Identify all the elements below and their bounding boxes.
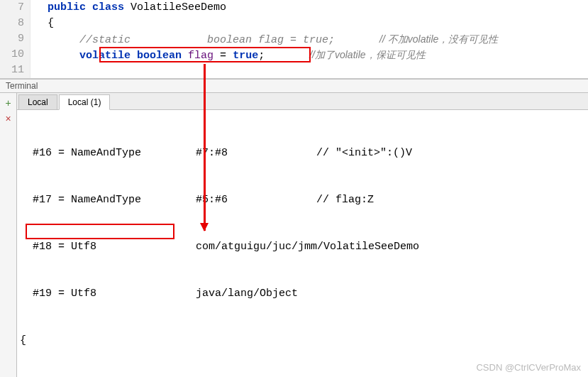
line-number: 8 (11, 16, 24, 31)
add-tab-icon[interactable]: + (5, 97, 11, 109)
code-line-10[interactable]: volatile boolean flag = true; //加了volati… (35, 47, 588, 62)
cp-col2: #7:#8 (196, 146, 316, 161)
cp-col1: #16 = NameAndType (33, 146, 196, 161)
tab-local[interactable]: Local (18, 94, 57, 109)
code-line-7[interactable]: public class VolatileSeeDemo (35, 0, 588, 16)
close-tab-icon[interactable]: × (5, 113, 11, 124)
code-line-11[interactable] (35, 62, 588, 78)
brace-open: { (48, 17, 54, 29)
keyword-boolean: boolean (137, 50, 182, 62)
terminal-content: Local Local (1) #16 = NameAndType#7:#8//… (17, 93, 588, 377)
cp-col2: java/lang/Object (196, 286, 298, 302)
line-number: 10 (11, 47, 24, 62)
code-line-8[interactable]: { (35, 16, 588, 31)
eq: = (213, 50, 233, 62)
cp-col3: // flag:Z (316, 192, 581, 208)
constpool-row: #19 = Utf8java/lang/Object (33, 286, 581, 302)
terminal-title: Terminal (6, 81, 38, 91)
cp-col1: #19 = Utf8 (33, 286, 196, 302)
terminal-output[interactable]: #16 = NameAndType#7:#8// "<init>":()V #1… (17, 110, 588, 377)
keyword-volatile: volatile (79, 50, 131, 62)
semicolon: ; (258, 50, 265, 62)
comment-cn-1: // 不加volatile，没有可见性 (379, 33, 498, 45)
line-number: 9 (11, 31, 24, 47)
watermark: CSDN @CtrlCVerProMax (476, 362, 581, 373)
cp-col3: // "<init>":()V (316, 146, 581, 161)
annotation-arrow (204, 64, 206, 231)
line-number: 7 (11, 0, 24, 16)
terminal-header[interactable]: Terminal (0, 80, 588, 93)
gutter: 7 8 9 10 11 (0, 0, 30, 78)
terminal-body: + × Local Local (1) #16 = NameAndType#7:… (0, 93, 588, 377)
terminal-tabs: Local Local (1) (17, 93, 588, 110)
cp-col1: #17 = NameAndType (33, 192, 196, 208)
line-number: 11 (11, 62, 24, 78)
cp-col2: com/atguigu/juc/jmm/VolatileSeeDemo (196, 239, 419, 255)
comment-static: //static boolean flag = true; (79, 34, 335, 46)
class-name: VolatileSeeDemo (131, 1, 226, 13)
cp-col2: #5:#6 (196, 192, 316, 208)
terminal-gutter: + × (0, 93, 17, 377)
constpool-row: #18 = Utf8com/atguigu/juc/jmm/VolatileSe… (33, 239, 581, 255)
annotation-box-2 (26, 224, 174, 239)
code-line-9[interactable]: //static boolean flag = true; // 不加volat… (35, 31, 588, 47)
literal-true: true (233, 50, 258, 62)
constpool-row: #16 = NameAndType#7:#8// "<init>":()V (33, 146, 581, 161)
cp-col1: #18 = Utf8 (33, 239, 196, 255)
ident-flag: flag (188, 50, 213, 62)
code-editor: 7 8 9 10 11 public class VolatileSeeDemo… (0, 0, 588, 79)
brace-open: { (20, 333, 581, 349)
keyword-class: class (92, 1, 124, 13)
code-area[interactable]: public class VolatileSeeDemo { //static … (30, 0, 588, 78)
comment-cn-2: //加了volatile，保证可见性 (309, 49, 425, 60)
constpool-row: #17 = NameAndType#5:#6// flag:Z (33, 192, 581, 208)
tab-local-1[interactable]: Local (1) (59, 94, 111, 110)
keyword-public: public (48, 1, 86, 13)
